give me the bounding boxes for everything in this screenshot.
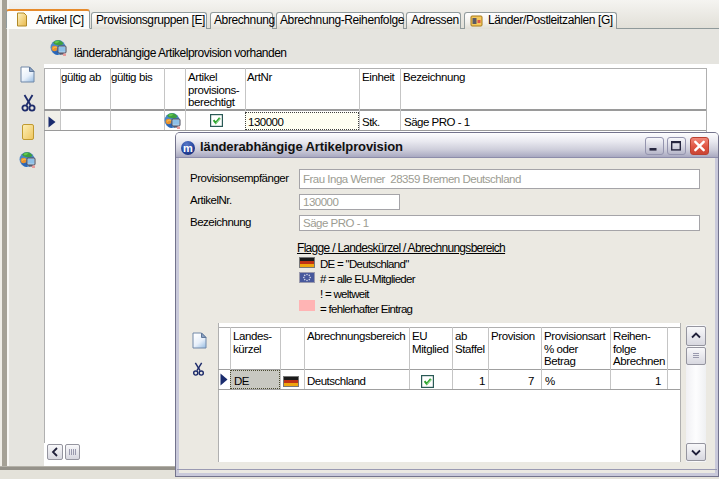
- svg-text:m: m: [183, 142, 193, 154]
